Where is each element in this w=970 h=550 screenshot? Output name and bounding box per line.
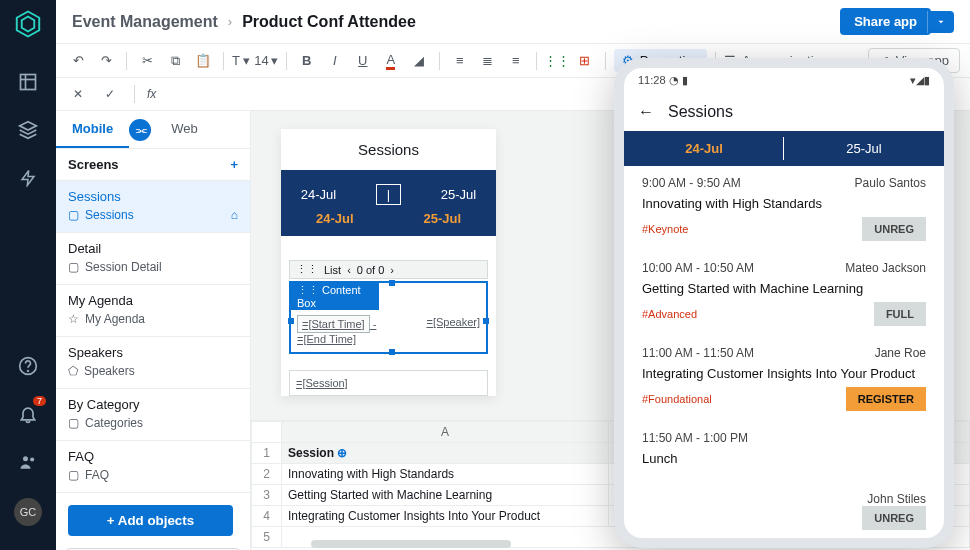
align-left-icon[interactable]: ≡: [448, 49, 472, 73]
left-rail: 7 GC: [0, 0, 56, 550]
screen-group[interactable]: Sessions: [68, 187, 238, 206]
date-label-a: 24-Jul: [301, 187, 336, 202]
session-time: 11:00 AM - 11:50 AM: [642, 346, 754, 360]
list-component-bar[interactable]: ⋮⋮ List ‹ 0 of 0 ›: [289, 260, 488, 279]
session-action-button[interactable]: FULL: [874, 302, 926, 326]
screen-group[interactable]: My Agenda: [68, 291, 238, 310]
token-start-time[interactable]: =[Start Time]: [297, 315, 370, 333]
svg-point-7: [28, 371, 29, 372]
page-icon: ▢: [68, 416, 79, 430]
svg-marker-1: [22, 17, 35, 32]
session-action-button[interactable]: REGISTER: [846, 387, 926, 411]
add-screen-button[interactable]: +: [230, 157, 238, 172]
breadcrumb-parent[interactable]: Event Management: [72, 13, 218, 31]
notifications-icon[interactable]: 7: [14, 400, 42, 428]
paste-icon[interactable]: 📋: [191, 49, 215, 73]
help-icon[interactable]: [14, 352, 42, 380]
content-box[interactable]: ⋮⋮ Content Box =[Start Time] - =[End Tim…: [289, 281, 488, 354]
svg-rect-2: [21, 75, 36, 90]
automation-icon[interactable]: [14, 164, 42, 192]
link-icon[interactable]: ⫘: [129, 119, 151, 141]
canvas-preview: Sessions 24-Jul | 25-Jul 24-Jul 25-Jul: [281, 129, 496, 396]
session-title[interactable]: Integrating Customer Insights Into Your …: [642, 360, 926, 387]
cell-session[interactable]: Getting Started with Machine Learning: [282, 485, 609, 506]
align-right-icon[interactable]: ≡: [504, 49, 528, 73]
formula-cancel-icon[interactable]: ✕: [66, 82, 90, 106]
canvas-title: Sessions: [281, 129, 496, 170]
session-title[interactable]: Lunch: [642, 445, 926, 472]
font-family-select[interactable]: T ▾: [232, 53, 250, 68]
screen-group[interactable]: By Category: [68, 395, 238, 414]
svg-marker-0: [17, 12, 40, 37]
page-icon: ▢: [68, 208, 79, 222]
svg-point-8: [23, 456, 28, 461]
share-dropdown-button[interactable]: [927, 11, 954, 33]
screen-item[interactable]: ☆My Agenda: [68, 310, 238, 328]
session-speaker: Jane Roe: [875, 346, 926, 360]
italic-icon[interactable]: I: [323, 49, 347, 73]
underline-icon[interactable]: U: [351, 49, 375, 73]
add-column-icon[interactable]: ⊕: [337, 446, 347, 460]
cut-icon[interactable]: ✂: [135, 49, 159, 73]
bold-icon[interactable]: B: [295, 49, 319, 73]
share-app-button[interactable]: Share app: [840, 8, 931, 35]
session-speaker: Paulo Santos: [855, 176, 926, 190]
redo-icon[interactable]: ↷: [94, 49, 118, 73]
cell-session[interactable]: Innovating with High Standards: [282, 464, 609, 485]
font-size-select[interactable]: 14 ▾: [254, 53, 277, 68]
screen-group[interactable]: Speakers: [68, 343, 238, 362]
align-center-icon[interactable]: ≣: [476, 49, 500, 73]
avatar[interactable]: GC: [14, 498, 42, 526]
date-indicator[interactable]: |: [376, 184, 401, 205]
screen-item[interactable]: ▢Session Detail: [68, 258, 238, 276]
tab-web[interactable]: Web: [155, 111, 214, 148]
tab-mobile[interactable]: Mobile: [56, 111, 129, 148]
layout-icon[interactable]: ⊞: [573, 49, 597, 73]
session-time: 9:00 AM - 9:50 AM: [642, 176, 741, 190]
date-label-b: 25-Jul: [441, 187, 476, 202]
token-end-time[interactable]: =[End Time]: [297, 333, 356, 345]
token-speaker[interactable]: =[Speaker]: [426, 316, 480, 346]
breadcrumb: Event Management › Product Conf Attendee…: [56, 0, 970, 44]
date-tab-b[interactable]: 25-Jul: [784, 131, 944, 166]
tables-icon[interactable]: [14, 68, 42, 96]
copy-icon[interactable]: ⧉: [163, 49, 187, 73]
screen-group[interactable]: Detail: [68, 239, 238, 258]
phone-preview: 11:28 ◔ ▮ ▾◢▮ ← Sessions 24-Jul 25-Jul 9…: [614, 58, 954, 548]
session-tag: #Advanced: [642, 308, 697, 320]
horizontal-scrollbar[interactable]: [311, 540, 511, 548]
add-objects-button[interactable]: + Add objects: [68, 505, 233, 536]
screen-item[interactable]: ⬠Speakers: [68, 362, 238, 380]
date-tab-a[interactable]: 24-Jul: [624, 131, 784, 166]
home-icon: ⌂: [231, 208, 238, 222]
screens-heading: Screens: [68, 157, 119, 172]
screen-item[interactable]: ▢Categories: [68, 414, 238, 432]
session-speaker: John Stiles: [867, 492, 926, 506]
breadcrumb-current: Product Conf Attendee: [242, 13, 416, 31]
fill-color-icon[interactable]: ◢: [407, 49, 431, 73]
token-session[interactable]: =[Session]: [289, 370, 488, 396]
page-icon: ▢: [68, 468, 79, 482]
logo-icon[interactable]: [10, 6, 46, 42]
users-icon[interactable]: [14, 448, 42, 476]
session-title[interactable]: Innovating with High Standards: [642, 190, 926, 217]
signal-icon: ▾◢▮: [910, 74, 930, 87]
session-action-button[interactable]: UNREG: [862, 506, 926, 530]
svg-marker-5: [20, 122, 37, 130]
undo-icon[interactable]: ↶: [66, 49, 90, 73]
session-time: 10:00 AM - 10:50 AM: [642, 261, 754, 275]
layers-icon[interactable]: [14, 116, 42, 144]
text-color-icon[interactable]: A: [379, 49, 403, 73]
session-title[interactable]: Getting Started with Machine Learning: [642, 275, 926, 302]
session-speaker: Mateo Jackson: [845, 261, 926, 275]
screen-group[interactable]: FAQ: [68, 447, 238, 466]
cell-session[interactable]: Integrating Customer Insights Into Your …: [282, 506, 609, 527]
screen-item[interactable]: ▢Sessions⌂: [68, 206, 238, 224]
appbar-title: Sessions: [668, 103, 733, 121]
column-header[interactable]: Session ⊕: [282, 443, 609, 464]
back-icon[interactable]: ←: [638, 103, 654, 121]
formula-confirm-icon[interactable]: ✓: [98, 82, 122, 106]
spacing-icon[interactable]: ⋮⋮: [545, 49, 569, 73]
session-action-button[interactable]: UNREG: [862, 217, 926, 241]
screen-item[interactable]: ▢FAQ: [68, 466, 238, 484]
